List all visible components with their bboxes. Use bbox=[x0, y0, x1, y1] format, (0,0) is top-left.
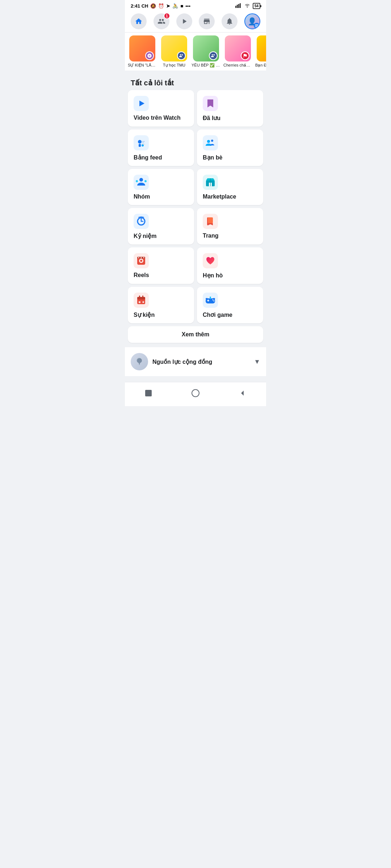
shortcut-marketplace[interactable]: Marketplace bbox=[197, 169, 263, 205]
status-left: 2:41 CH 🔕 ⏰ ➤ 🚴 ■ ••• bbox=[131, 3, 190, 9]
shortcut-reels[interactable]: Reels bbox=[128, 247, 194, 284]
events-icon: ★ bbox=[134, 293, 149, 308]
svg-rect-10 bbox=[139, 144, 141, 147]
shortcut-events[interactable]: ★ Sự kiện bbox=[128, 287, 194, 323]
story-label: Tự học TMU bbox=[163, 63, 185, 68]
navigation-icon: ➤ bbox=[166, 3, 170, 9]
svg-rect-12 bbox=[142, 142, 144, 143]
svg-rect-1 bbox=[237, 5, 238, 8]
square-icon: ■ bbox=[180, 3, 183, 9]
community-label: Nguồn lực cộng đồng bbox=[152, 358, 212, 365]
bottom-square-button[interactable] bbox=[141, 386, 156, 400]
svg-rect-55 bbox=[213, 298, 215, 299]
see-more-button[interactable]: Xem thêm bbox=[128, 326, 263, 343]
home-button[interactable] bbox=[131, 13, 147, 29]
svg-point-38 bbox=[141, 257, 142, 258]
bike-icon: 🚴 bbox=[172, 3, 178, 9]
community-left: Nguồn lực cộng đồng bbox=[131, 353, 212, 370]
story-item[interactable]: Bạn Đã Việc Làm bbox=[255, 35, 266, 68]
bottom-back-button[interactable] bbox=[235, 386, 250, 400]
status-bar: 2:41 CH 🔕 ⏰ ➤ 🚴 ■ ••• 54 bbox=[125, 0, 266, 10]
profile-button[interactable]: 👤 bbox=[244, 13, 260, 29]
saved-icon bbox=[203, 96, 218, 111]
svg-point-52 bbox=[213, 299, 214, 301]
shortcut-label-dating: Hẹn hò bbox=[203, 272, 257, 279]
story-badge-group2 bbox=[209, 51, 218, 60]
svg-rect-30 bbox=[208, 217, 213, 223]
shortcut-pages[interactable]: Trang bbox=[197, 208, 263, 244]
shortcut-saved[interactable]: Đã lưu bbox=[197, 90, 263, 127]
reels-icon bbox=[134, 253, 149, 268]
svg-rect-45 bbox=[142, 295, 143, 298]
feed-icon bbox=[134, 135, 149, 150]
svg-rect-44 bbox=[139, 295, 140, 298]
battery-level: 54 bbox=[255, 4, 258, 8]
community-section[interactable]: Nguồn lực cộng đồng ▼ bbox=[125, 347, 266, 376]
story-item[interactable]: Tự học TMU bbox=[160, 35, 189, 68]
svg-point-59 bbox=[192, 390, 199, 397]
svg-point-16 bbox=[207, 140, 210, 143]
svg-rect-0 bbox=[235, 6, 236, 8]
svg-point-4 bbox=[247, 7, 248, 8]
svg-point-20 bbox=[144, 180, 147, 182]
svg-rect-54 bbox=[206, 298, 208, 299]
marketplace-icon bbox=[203, 175, 218, 190]
shortcut-label-pages: Trang bbox=[203, 233, 257, 239]
friends-badge: 1 bbox=[164, 13, 170, 19]
shortcut-label-groups: Nhóm bbox=[134, 193, 188, 200]
shortcut-label-events: Sự kiện bbox=[134, 311, 188, 318]
signal-icon bbox=[235, 3, 242, 9]
profile-menu-icon bbox=[254, 23, 260, 29]
story-label: Bạn Đã Việc Làm bbox=[255, 63, 266, 68]
wifi-icon bbox=[244, 3, 251, 9]
story-badge-flag bbox=[241, 51, 249, 60]
shortcut-label-friends: Bạn bè bbox=[203, 154, 257, 161]
shortcut-label-saved: Đã lưu bbox=[203, 115, 257, 122]
shortcut-memories[interactable]: Kỷ niệm bbox=[128, 208, 194, 244]
svg-rect-43 bbox=[137, 297, 145, 299]
story-thumb bbox=[161, 35, 187, 61]
shortcut-dating[interactable]: Hẹn hò bbox=[197, 247, 263, 284]
notifications-button[interactable] bbox=[222, 13, 237, 29]
alarm-icon: ⏰ bbox=[158, 3, 164, 9]
mute-icon: 🔕 bbox=[150, 3, 156, 9]
shortcut-gaming[interactable]: Chơi game bbox=[197, 287, 263, 323]
svg-point-21 bbox=[136, 180, 138, 182]
story-item[interactable]: Cherries chấm muối bbox=[223, 35, 252, 68]
friends-button[interactable]: 1 bbox=[154, 13, 169, 29]
bottom-nav bbox=[125, 382, 266, 406]
svg-rect-15 bbox=[203, 135, 218, 150]
story-badge-messenger bbox=[145, 51, 154, 60]
svg-rect-51 bbox=[208, 299, 209, 302]
svg-point-9 bbox=[138, 140, 142, 144]
story-thumb bbox=[193, 35, 219, 61]
svg-point-35 bbox=[140, 260, 142, 262]
section-title: Tất cả lôi tắt bbox=[125, 73, 266, 90]
marketplace-button[interactable] bbox=[199, 13, 215, 29]
groups-icon bbox=[134, 175, 149, 190]
watch-button[interactable] bbox=[176, 13, 192, 29]
svg-text:★: ★ bbox=[142, 301, 145, 304]
story-item[interactable]: YÊU BẾP ✅ (Esheep Kit... bbox=[192, 35, 220, 68]
story-badge-group bbox=[177, 51, 186, 60]
pages-icon bbox=[203, 214, 218, 229]
shortcut-label-marketplace: Marketplace bbox=[203, 193, 257, 200]
svg-point-19 bbox=[139, 178, 143, 182]
shortcut-friends[interactable]: Bạn bè bbox=[197, 129, 263, 166]
shortcut-watch[interactable]: Video trên Watch bbox=[128, 90, 194, 127]
status-right: 54 bbox=[235, 3, 260, 9]
gaming-icon bbox=[203, 293, 218, 308]
battery-icon: 54 bbox=[253, 3, 260, 9]
shortcut-label-feed: Bảng feed bbox=[134, 154, 188, 161]
shortcut-feed[interactable]: Bảng feed bbox=[128, 129, 194, 166]
stories-row: SỰ KIỆN "LĂNG DU ... Tự học TMU YÊU BẾP … bbox=[125, 33, 266, 73]
svg-rect-3 bbox=[240, 3, 241, 8]
watch-icon bbox=[134, 96, 149, 111]
bottom-home-button[interactable] bbox=[188, 386, 203, 400]
time: 2:41 CH bbox=[131, 3, 148, 9]
shortcut-groups[interactable]: Nhóm bbox=[128, 169, 194, 205]
story-item[interactable]: SỰ KIỆN "LĂNG DU ... bbox=[128, 35, 157, 68]
svg-rect-46 bbox=[139, 301, 140, 303]
shortcut-label-gaming: Chơi game bbox=[203, 311, 257, 318]
svg-rect-18 bbox=[134, 175, 149, 190]
